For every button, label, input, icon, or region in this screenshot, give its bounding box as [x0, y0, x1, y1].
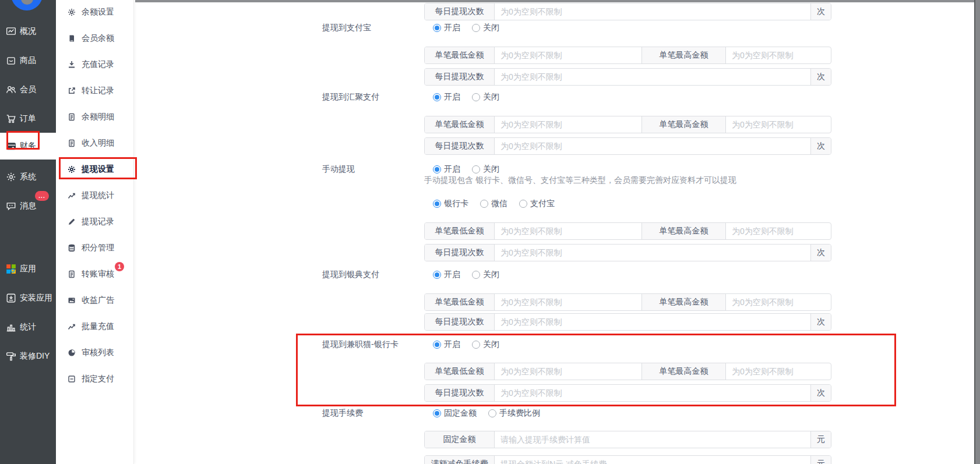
radio-off-label: 关闭 [483, 23, 499, 33]
field-label: 每日提现次数 [425, 69, 495, 85]
radio-group-manual: 开启 关闭 [433, 164, 511, 175]
radio-off-label: 关闭 [483, 270, 499, 280]
menu-item-label: 转账审核 [82, 269, 114, 279]
radio-off[interactable] [472, 165, 480, 173]
coins-icon [67, 244, 76, 253]
menu-item-balance-settings[interactable]: 余额设置 [56, 0, 134, 24]
menu-item-withdraw-settings[interactable]: 提现设置 [56, 157, 134, 182]
document-icon [67, 270, 76, 279]
radio-off[interactable] [472, 271, 480, 279]
unit-suffix: 次 [810, 69, 831, 85]
chat-icon [6, 201, 16, 211]
radio-off[interactable] [472, 93, 480, 101]
radio-alipay[interactable] [519, 200, 527, 208]
min-amount-input[interactable] [495, 363, 641, 380]
window-scrollbar-strip[interactable] [974, 0, 980, 464]
min-amount-input[interactable] [495, 116, 641, 133]
paint-roller-icon [6, 351, 16, 362]
section-label-alipay: 提现到支付宝 [322, 22, 371, 34]
field-label: 每日提现次数 [425, 3, 495, 20]
nav-item-system[interactable]: 系统 [0, 164, 56, 190]
radio-group-alipay: 开启 关闭 [433, 22, 511, 34]
fixed-fee-input[interactable] [495, 431, 810, 448]
daily-count-input[interactable] [495, 69, 810, 85]
menu-item-revenue-ads[interactable]: 收益广告 [56, 288, 134, 313]
menu-item-designated-payment[interactable]: 指定支付 [56, 367, 134, 391]
menu-item-withdraw-records[interactable]: 提现记录 [56, 210, 134, 234]
menu-item-member-balance[interactable]: 会员余额 [56, 26, 134, 51]
radio-on[interactable] [433, 165, 441, 173]
radio-group-jianzhimao: 开启 关闭 [433, 339, 511, 350]
nav-item-statistics[interactable]: 统计 [0, 314, 56, 341]
radio-group-huiju: 开启 关闭 [433, 91, 511, 103]
max-amount-input[interactable] [726, 294, 831, 310]
radio-on[interactable] [433, 24, 441, 32]
menu-item-balance-details[interactable]: 余额明细 [56, 105, 134, 129]
amount-limits-row: 单笔最低金额 单笔最高金额 [424, 47, 831, 64]
min-amount-input[interactable] [495, 47, 641, 63]
unit-suffix: 元 [810, 456, 831, 464]
pencil-icon [67, 218, 76, 226]
daily-count-input[interactable] [495, 138, 810, 154]
min-amount-input[interactable] [495, 223, 641, 239]
nav-item-label: 装修DIY [20, 351, 50, 362]
bar-chart-icon [6, 322, 16, 332]
menu-item-label: 积分管理 [82, 243, 114, 253]
menu-item-income-details[interactable]: 收入明细 [56, 131, 134, 155]
menu-item-label: 提现设置 [82, 164, 114, 175]
menu-item-transfer-records[interactable]: 转让记录 [56, 79, 134, 103]
radio-fee-ratio-label: 手续费比例 [499, 408, 540, 419]
max-amount-input[interactable] [726, 223, 831, 239]
nav-item-finance[interactable]: 财务 [0, 133, 56, 160]
max-amount-input[interactable] [726, 363, 831, 380]
dashboard-icon [6, 26, 16, 37]
trend-icon [67, 192, 76, 200]
max-amount-input[interactable] [726, 47, 831, 63]
radio-wechat[interactable] [480, 200, 488, 208]
field-label: 单笔最低金额 [425, 363, 495, 380]
field-label: 每日提现次数 [425, 385, 495, 401]
wallet-icon [6, 141, 16, 151]
radio-on[interactable] [433, 271, 441, 279]
window-top-edge [135, 0, 974, 2]
daily-count-input[interactable] [495, 3, 810, 20]
nav-item-label: 系统 [20, 172, 36, 182]
radio-on[interactable] [433, 93, 441, 101]
nav-item-install-apps[interactable]: 安装应用 [0, 285, 56, 311]
daily-count-input[interactable] [495, 314, 810, 330]
daily-count-input[interactable] [495, 245, 810, 261]
menu-item-recharge-records[interactable]: 充值记录 [56, 52, 134, 77]
radio-off[interactable] [472, 24, 480, 32]
section-label-fee: 提现手续费 [322, 408, 363, 419]
nav-item-orders[interactable]: 订单 [0, 105, 56, 132]
menu-item-review-list[interactable]: 审核列表 [56, 341, 134, 365]
menu-item-label: 提现记录 [82, 217, 114, 227]
max-amount-input[interactable] [726, 116, 831, 133]
menu-item-withdraw-stats[interactable]: 提现统计 [56, 183, 134, 208]
menu-item-label: 指定支付 [82, 374, 114, 384]
radio-off[interactable] [472, 341, 480, 349]
nav-item-goods[interactable]: 商品 [0, 47, 56, 74]
field-label: 每日提现次数 [425, 314, 495, 330]
radio-bank-card[interactable] [433, 200, 441, 208]
radio-fixed-amount[interactable] [433, 409, 441, 417]
nav-item-messages[interactable]: 消息 ... [0, 193, 56, 219]
menu-item-transfer-review[interactable]: 转账审核 1 [56, 262, 134, 286]
radio-wechat-label: 微信 [491, 199, 507, 209]
fee-waiver-input[interactable] [495, 456, 810, 464]
min-amount-input[interactable] [495, 294, 641, 310]
nav-item-apps[interactable]: 应用 [0, 256, 56, 282]
radio-fee-ratio[interactable] [488, 409, 496, 417]
menu-item-points-management[interactable]: 积分管理 [56, 236, 134, 260]
nav-item-overview[interactable]: 概况 [0, 18, 56, 45]
members-icon [6, 84, 16, 95]
nav-item-label: 消息 [20, 201, 36, 211]
daily-count-input[interactable] [495, 385, 810, 401]
field-label: 固定金额 [425, 431, 495, 448]
nav-item-members[interactable]: 会员 [0, 76, 56, 103]
nav-item-decorate-diy[interactable]: 装修DIY [0, 343, 56, 370]
section-label-jianzhimao: 提现到兼职猫-银行卡 [322, 339, 399, 350]
field-label: 每日提现次数 [425, 245, 495, 261]
menu-item-batch-recharge[interactable]: 批量充值 [56, 314, 134, 339]
radio-on[interactable] [433, 341, 441, 349]
